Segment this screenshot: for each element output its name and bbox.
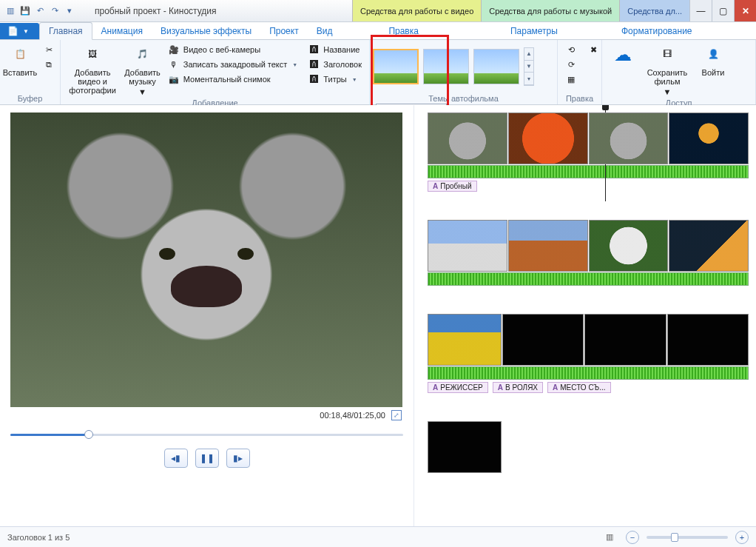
timeline-clip[interactable] xyxy=(669,113,749,164)
add-credits-button[interactable]: 🅰Титры▼ xyxy=(305,73,365,86)
timeline-clip[interactable] xyxy=(502,314,584,366)
group-label-themes: Темы автофильма xyxy=(370,93,557,104)
timeline-clip[interactable] xyxy=(428,113,507,164)
window-controls: — ▢ ✕ xyxy=(689,0,756,21)
context-tab-text-tools[interactable]: Средства дл... xyxy=(619,0,689,21)
narration-button[interactable]: 🎙Записать закадровый текст▼ xyxy=(165,58,300,71)
save-movie-label: Сохранить фильм xyxy=(644,68,691,86)
audio-track[interactable] xyxy=(428,272,749,286)
timeline-clip[interactable] xyxy=(428,421,502,473)
undo-icon[interactable]: ↶ xyxy=(34,5,46,17)
timeline-clip[interactable] xyxy=(428,220,507,272)
status-caption-counter: Заголовок 1 из 5 xyxy=(7,533,70,542)
timeline-clip[interactable] xyxy=(508,220,588,272)
thumb-size-button[interactable]: ▥ xyxy=(601,531,618,544)
tab-format[interactable]: Форматирование xyxy=(612,23,701,39)
context-tab-music-tools[interactable]: Средства для работы с музыкой xyxy=(481,0,619,21)
file-menu-icon: 📄 xyxy=(7,26,18,36)
theme-option-2[interactable] xyxy=(423,49,469,84)
timeline-row-1: AПробный xyxy=(428,113,749,192)
copy-button[interactable]: ⧉ xyxy=(40,58,58,71)
tab-animation[interactable]: Анимация xyxy=(92,23,152,39)
chevron-down-icon: ▼ xyxy=(664,87,672,96)
add-video-photo-button[interactable]: 🖼 Добавить видео и фотографии xyxy=(65,41,120,95)
rotate-left-icon: ⟲ xyxy=(565,44,577,56)
sign-in-button[interactable]: 👤 Войти xyxy=(695,41,731,77)
add-title-button[interactable]: 🅰Название xyxy=(305,43,365,56)
fullscreen-icon[interactable]: ⤢ xyxy=(391,410,402,420)
save-movie-button[interactable]: 🎞 Сохранить фильм ▼ xyxy=(644,41,691,96)
redo-icon[interactable]: ↷ xyxy=(49,5,61,17)
tab-params[interactable]: Параметры xyxy=(502,23,567,39)
zoom-in-button[interactable]: + xyxy=(735,531,749,544)
timeline-clip[interactable] xyxy=(589,220,669,272)
cut-button[interactable]: ✂ xyxy=(40,43,58,56)
timeline-clip[interactable] xyxy=(584,314,666,366)
paste-label: Вставить xyxy=(3,68,38,77)
tab-home[interactable]: Главная xyxy=(39,22,92,40)
audio-track[interactable] xyxy=(428,165,749,178)
webcam-button[interactable]: 🎥Видео с веб-камеры xyxy=(165,43,300,56)
save-icon[interactable]: 💾 xyxy=(19,5,31,17)
group-label-buffer: Буфер xyxy=(0,93,60,104)
theme-gallery-scroll[interactable]: ▲▼▾ xyxy=(524,47,534,86)
context-tab-video-tools[interactable]: Средства для работы с видео xyxy=(352,0,481,21)
close-button[interactable]: ✕ xyxy=(734,0,756,21)
theme-default[interactable] xyxy=(373,49,419,84)
snapshot-button[interactable]: 📷Моментальный снимок xyxy=(165,73,300,86)
music-note-icon: 🎵 xyxy=(131,43,155,67)
rotate-left-button[interactable]: ⟲ xyxy=(562,43,580,56)
delete-icon: ✖ xyxy=(587,44,599,56)
maximize-button[interactable]: ▢ xyxy=(712,0,734,21)
tab-effects[interactable]: Визуальные эффекты xyxy=(152,23,260,39)
caption-marker[interactable]: AМЕСТО СЪ... xyxy=(547,382,610,393)
zoom-out-button[interactable]: − xyxy=(626,531,639,544)
playback-time: 00:18,48/01:25,00 xyxy=(320,411,385,420)
clipboard-icon: 📋 xyxy=(8,43,32,67)
caption-marker[interactable]: AРЕЖИССЕР xyxy=(428,382,488,393)
tab-edit[interactable]: Правка xyxy=(379,23,428,39)
group-label-edit: Правка xyxy=(558,93,601,104)
ribbon-group-edit: ⟲ ⟳ ▦ ✖ Правка xyxy=(558,40,602,104)
credits-icon: 🅰 xyxy=(308,73,320,85)
camera-icon: 📷 xyxy=(168,73,180,85)
ribbon-group-share: ☁ 🎞 Сохранить фильм ▼ 👤 Войти Доступ xyxy=(602,40,756,104)
caption-marker[interactable]: AПробный xyxy=(428,181,477,192)
tab-project[interactable]: Проект xyxy=(260,23,308,39)
rotate-right-button[interactable]: ⟳ xyxy=(562,58,580,71)
qat-more-icon[interactable]: ▾ xyxy=(64,5,75,17)
skydrive-button[interactable]: ☁ xyxy=(607,41,639,67)
theme-option-3[interactable] xyxy=(473,49,519,84)
pause-button[interactable]: ❚❚ xyxy=(195,449,219,468)
timeline-pane[interactable]: AПробный AРЕЖИССЕР AВ РОЛЯХ xyxy=(414,105,756,526)
audio-track[interactable] xyxy=(428,366,749,380)
timeline-clip[interactable] xyxy=(667,314,749,366)
add-music-button[interactable]: 🎵 Добавить музыку ▼ xyxy=(124,41,161,96)
paste-button[interactable]: 📋 Вставить xyxy=(4,41,36,77)
tab-view[interactable]: Вид xyxy=(308,23,342,39)
timeline-clip[interactable] xyxy=(669,220,749,272)
timeline-clip[interactable] xyxy=(589,113,669,164)
rotate-right-icon: ⟳ xyxy=(565,58,577,70)
caption-marker[interactable]: AВ РОЛЯХ xyxy=(493,382,543,393)
status-bar: Заголовок 1 из 5 ▥ − + xyxy=(0,526,756,547)
seek-bar[interactable] xyxy=(10,428,403,441)
title-icon: 🅰 xyxy=(308,44,320,56)
timeline-clip[interactable] xyxy=(428,314,502,366)
file-menu-tab[interactable]: 📄▼ xyxy=(0,23,39,39)
webcam-icon: 🎥 xyxy=(168,44,180,56)
preview-monitor[interactable] xyxy=(10,113,402,407)
microphone-icon: 🎙 xyxy=(168,58,180,70)
add-caption-button[interactable]: 🅰Заголовок xyxy=(305,58,365,71)
sign-in-label: Войти xyxy=(702,68,725,77)
remove-button[interactable]: ✖ xyxy=(584,43,602,56)
preview-frame-koala xyxy=(10,113,402,407)
preview-pane: 00:18,48/01:25,00 ⤢ ◂▮ ❚❚ ▮▸ xyxy=(0,105,414,526)
select-all-button[interactable]: ▦ xyxy=(562,73,580,86)
qat-app-icon[interactable]: ▥ xyxy=(4,5,16,17)
timeline-clip[interactable] xyxy=(508,113,588,164)
zoom-slider[interactable] xyxy=(647,536,728,539)
minimize-button[interactable]: — xyxy=(689,0,712,21)
next-frame-button[interactable]: ▮▸ xyxy=(226,449,250,468)
prev-frame-button[interactable]: ◂▮ xyxy=(164,449,188,468)
